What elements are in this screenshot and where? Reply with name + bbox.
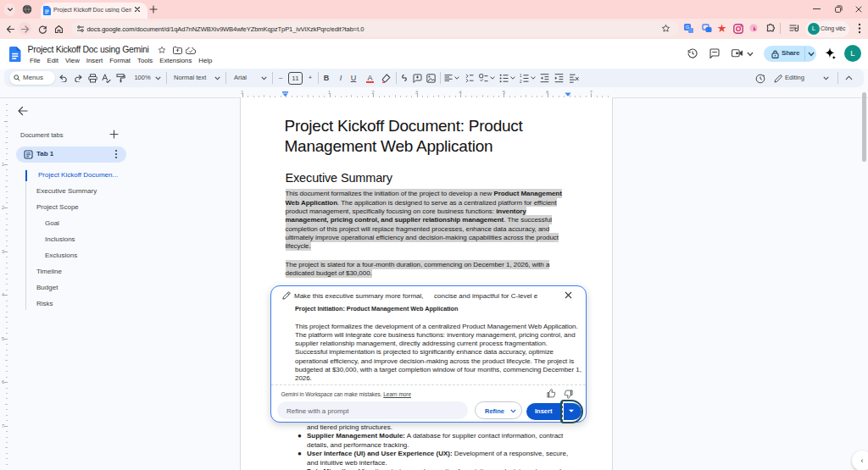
svg-text:1: 1	[520, 74, 522, 78]
svg-text:2: 2	[520, 80, 522, 84]
